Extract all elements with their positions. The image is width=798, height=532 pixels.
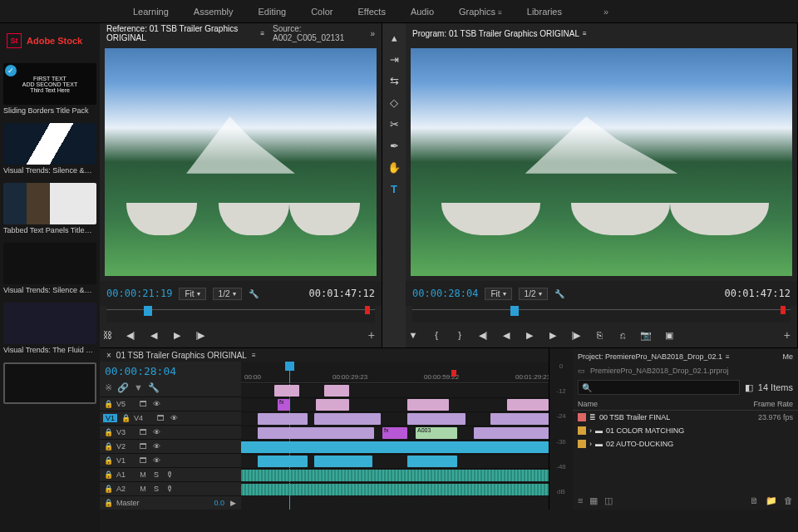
- type-tool-icon[interactable]: T: [387, 181, 401, 196]
- clip[interactable]: [258, 427, 374, 439]
- menu-icon[interactable]: ≡: [726, 353, 730, 361]
- export-frame-button[interactable]: 📷: [638, 328, 653, 342]
- project-tab[interactable]: Project: PremierePro_NAB2018_Drop_02.1: [578, 352, 722, 361]
- clip[interactable]: [314, 413, 381, 425]
- mark-out-button[interactable]: }: [452, 328, 467, 342]
- master-level[interactable]: 0.0: [214, 499, 224, 507]
- sequence-tab[interactable]: 01 TSB Trailer Graphics ORIGINAL: [116, 351, 247, 360]
- clip[interactable]: [241, 441, 549, 453]
- hand-tool-icon[interactable]: ✋: [387, 160, 401, 175]
- marker-icon[interactable]: [451, 370, 456, 377]
- fit-dropdown[interactable]: Fit▾: [485, 288, 511, 300]
- track-select-tool-icon[interactable]: ⇥: [387, 52, 401, 66]
- playhead-icon[interactable]: [144, 306, 152, 316]
- tab-color[interactable]: Color: [311, 7, 332, 17]
- mark-in-button[interactable]: {: [429, 328, 444, 342]
- add-marker-icon[interactable]: ▼: [134, 382, 143, 393]
- tab-effects[interactable]: Effects: [357, 7, 385, 17]
- clip[interactable]: [407, 399, 449, 411]
- go-out-button[interactable]: |▶: [569, 328, 584, 342]
- track-label[interactable]: A2: [116, 485, 135, 493]
- track-label[interactable]: V4: [134, 414, 152, 422]
- menu-icon[interactable]: ≡: [252, 352, 256, 359]
- adobe-stock-link[interactable]: St Adobe Stock: [7, 33, 93, 48]
- razor-tool-icon[interactable]: ◇: [387, 95, 401, 110]
- settings-icon[interactable]: 🔧: [249, 289, 259, 298]
- new-item-icon[interactable]: 🗎: [750, 495, 759, 506]
- resolution-dropdown[interactable]: 1/2▾: [519, 288, 548, 300]
- lock-icon[interactable]: 🔒: [103, 456, 113, 465]
- ripple-tool-icon[interactable]: ⇆: [387, 73, 401, 88]
- button-editor-plus[interactable]: +: [368, 328, 375, 342]
- clip[interactable]: [258, 413, 308, 425]
- clip[interactable]: [474, 427, 549, 439]
- chevron-right-icon[interactable]: ›: [589, 426, 592, 435]
- lock-icon[interactable]: 🔒: [103, 400, 113, 408]
- reference-timecode-in[interactable]: 00:00:21:19: [106, 288, 172, 299]
- freeform-view-icon[interactable]: ◫: [604, 495, 613, 506]
- settings-icon[interactable]: 🔧: [554, 289, 564, 298]
- lock-icon[interactable]: 🔒: [121, 414, 131, 422]
- clip[interactable]: [324, 385, 349, 397]
- tab-learning[interactable]: Learning: [133, 7, 169, 17]
- step-fwd-button[interactable]: ▶: [545, 328, 560, 342]
- track-label[interactable]: V1: [116, 456, 135, 465]
- project-search-input[interactable]: [578, 380, 740, 395]
- snap-icon[interactable]: ※: [105, 382, 112, 393]
- clip[interactable]: [274, 385, 299, 397]
- comparison-button[interactable]: ▣: [662, 328, 677, 342]
- add-marker-button[interactable]: ▼: [406, 328, 421, 342]
- template-thumb[interactable]: Visual Trends: The Fluid …: [3, 303, 96, 357]
- tab-audio[interactable]: Audio: [411, 7, 434, 17]
- track-label[interactable]: Master: [116, 499, 135, 507]
- program-timecode-in[interactable]: 00:00:28:04: [412, 288, 478, 299]
- icon-view-icon[interactable]: ▦: [589, 495, 598, 506]
- reference-scrub-bar[interactable]: [106, 306, 375, 323]
- menu-icon[interactable]: ≡: [583, 30, 587, 37]
- clip[interactable]: [314, 456, 372, 467]
- clip-audio[interactable]: [241, 484, 549, 495]
- lift-button[interactable]: ⎘: [592, 328, 607, 342]
- overflow-icon[interactable]: »: [370, 29, 375, 38]
- clip[interactable]: A003: [416, 427, 457, 439]
- col-name[interactable]: Name: [578, 400, 735, 408]
- track-label[interactable]: V5: [116, 400, 135, 408]
- clip[interactable]: [316, 399, 349, 411]
- timeline-timecode[interactable]: 00:00:28:04: [105, 365, 176, 377]
- extract-button[interactable]: ⎌: [615, 328, 630, 342]
- clip[interactable]: [407, 413, 466, 425]
- reference-tab[interactable]: Reference: 01 TSB Trailer Graphics ORIGI…: [106, 24, 264, 42]
- lock-icon[interactable]: 🔒: [103, 485, 113, 493]
- tab-assembly[interactable]: Assembly: [194, 7, 234, 17]
- reference-viewer[interactable]: [100, 43, 382, 281]
- track-label[interactable]: V3: [116, 428, 135, 436]
- close-sequence-icon[interactable]: ×: [106, 351, 111, 360]
- trash-icon[interactable]: 🗑: [784, 495, 793, 506]
- program-tab[interactable]: Program: 01 TSB Trailer Graphics ORIGINA…: [412, 29, 587, 38]
- project-tab-media[interactable]: Me: [782, 352, 793, 361]
- gang-button[interactable]: ⛓: [100, 328, 115, 342]
- fit-dropdown[interactable]: Fit▾: [179, 288, 205, 300]
- go-in-button[interactable]: ◀|: [123, 328, 138, 342]
- template-thumb[interactable]: Tabbed Text Panels Title…: [3, 183, 96, 238]
- step-back-button[interactable]: ◀: [146, 328, 161, 342]
- clip[interactable]: [258, 456, 308, 467]
- go-out-button[interactable]: |▶: [193, 328, 208, 342]
- lock-icon[interactable]: 🔒: [103, 470, 113, 479]
- playhead-icon[interactable]: [510, 306, 519, 316]
- tab-graphics[interactable]: Graphics ≡: [459, 7, 502, 17]
- step-back-button[interactable]: ◀: [499, 328, 514, 342]
- new-bin-icon[interactable]: 📁: [766, 495, 777, 506]
- list-view-icon[interactable]: ≡: [578, 495, 583, 506]
- button-editor-plus[interactable]: +: [784, 328, 791, 342]
- timeline-tracks[interactable]: 00:00 00:00:29:23 00:00:59:22 00:01:29:2…: [241, 362, 549, 510]
- clip[interactable]: [507, 399, 549, 411]
- lock-icon[interactable]: 🔒: [103, 428, 113, 436]
- pen-tool-icon[interactable]: ✒: [387, 138, 401, 153]
- source-tab[interactable]: Source: A002_C005_02131: [273, 24, 362, 42]
- tab-libraries[interactable]: Libraries: [527, 7, 562, 17]
- time-ruler[interactable]: 00:00 00:00:29:23 00:00:59:22 00:01:29:2…: [241, 362, 549, 383]
- program-viewer[interactable]: [406, 43, 797, 281]
- clip-fx[interactable]: fx: [382, 427, 407, 439]
- lock-icon[interactable]: 🔒: [103, 442, 113, 451]
